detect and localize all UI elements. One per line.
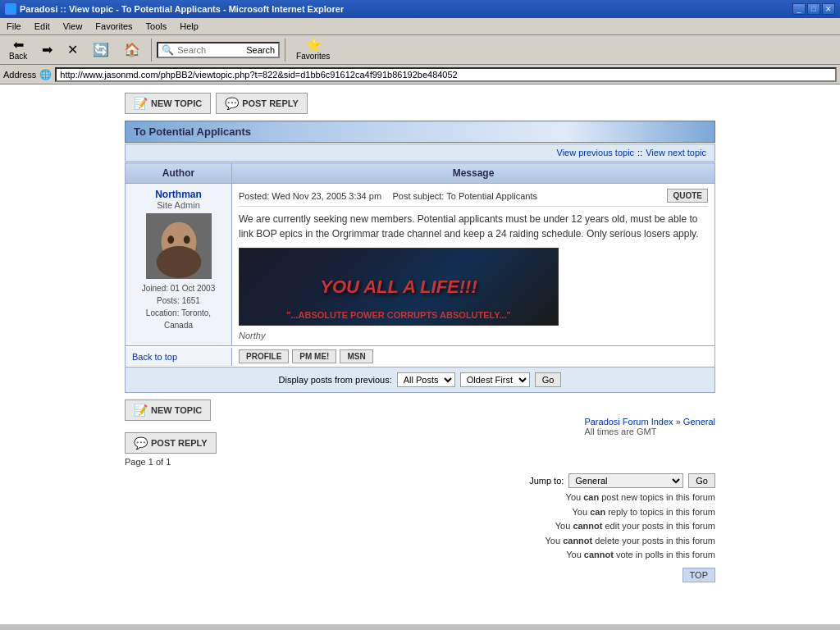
back-to-top-link[interactable]: Back to top: [132, 352, 177, 362]
back-top-row: Back to top PROFILE PM ME! MSN: [125, 346, 715, 368]
forward-button[interactable]: ➡: [36, 41, 58, 59]
bottom-post-reply-icon: 💬: [134, 436, 148, 450]
jump-row: Jump to: General Go: [125, 473, 715, 488]
forward-icon: ➡: [42, 43, 52, 57]
post-header: Posted: Wed Nov 23, 2005 3:34 pm Post su…: [239, 189, 708, 207]
menu-help[interactable]: Help: [173, 20, 205, 33]
prev-topic-link[interactable]: View previous topic: [557, 148, 635, 158]
col-author: Author: [126, 163, 232, 184]
profile-button[interactable]: PROFILE: [239, 349, 289, 363]
perm3-post: edit your posts in this forum: [602, 521, 715, 531]
breadcrumb-index-link[interactable]: Paradosi Forum Index: [584, 417, 673, 427]
post-date: Posted: Wed Nov 23, 2005 3:34 pm: [239, 191, 381, 201]
quote-button[interactable]: QUOTE: [667, 189, 708, 203]
new-topic-button[interactable]: 📝 NEW TOPIC: [125, 93, 211, 114]
page-total: 1: [166, 457, 171, 467]
bottom-buttons-left: 📝 NEW TOPIC 💬 POST REPLY: [125, 399, 217, 454]
avatar-image: [147, 214, 211, 278]
order-select[interactable]: Oldest First: [460, 372, 530, 387]
jump-section: Jump to: General Go You can post new top…: [125, 473, 715, 582]
menu-edit[interactable]: Edit: [28, 20, 57, 33]
page-num: 1: [148, 457, 153, 467]
page-of: of: [156, 457, 163, 467]
stop-button[interactable]: ✕: [62, 41, 84, 59]
bottom-post-reply-button[interactable]: 💬 POST REPLY: [125, 432, 217, 454]
perm-line-1: You can post new topics in this forum: [125, 491, 715, 505]
home-icon: 🏠: [124, 43, 140, 57]
window-controls[interactable]: _ □ ✕: [792, 3, 835, 15]
pm-button[interactable]: PM ME!: [292, 349, 336, 363]
display-posts-row: Display posts from previous: All Posts O…: [125, 368, 715, 393]
perm1-post: post new topics in this forum: [599, 492, 715, 502]
display-posts-select[interactable]: All Posts: [397, 372, 455, 387]
table-row: Northman Site Admin: [126, 184, 715, 346]
top-link-row: TOP: [125, 568, 715, 582]
perm2-post: reply to topics in this forum: [605, 507, 715, 517]
post-image: YOU ALL A LIFE!!! "...ABSOLUTE POWER COR…: [239, 248, 559, 326]
post-reply-button[interactable]: 💬 POST REPLY: [216, 93, 308, 114]
perm1-bold: can: [583, 492, 599, 502]
search-input[interactable]: [177, 45, 243, 55]
permissions: You can post new topics in this forum Yo…: [125, 491, 715, 563]
back-icon: ⬅: [13, 39, 24, 52]
refresh-icon: 🔄: [93, 43, 109, 57]
top-link[interactable]: TOP: [682, 568, 715, 582]
perm4-bold: cannot: [563, 536, 592, 546]
col-message: Message: [232, 163, 715, 184]
post-table: Author Message Northman Site Admin: [125, 162, 715, 346]
refresh-button[interactable]: 🔄: [87, 41, 115, 59]
bottom-new-topic-icon: 📝: [134, 404, 148, 417]
minimize-button[interactable]: _: [792, 3, 806, 15]
page-label: Page: [125, 457, 146, 467]
browser-content: 📝 NEW TOPIC 💬 POST REPLY To Potential Ap…: [0, 84, 840, 624]
post-cell: Posted: Wed Nov 23, 2005 3:34 pm Post su…: [232, 184, 715, 346]
bottom-new-topic-label: NEW TOPIC: [151, 405, 202, 415]
author-name: Northman: [132, 189, 225, 200]
close-button[interactable]: ✕: [822, 3, 835, 15]
bottom-right: Paradosi Forum Index » General All times…: [584, 417, 715, 436]
jump-label: Jump to:: [529, 476, 564, 486]
new-topic-label: NEW TOPIC: [151, 98, 202, 108]
top-buttons: 📝 NEW TOPIC 💬 POST REPLY: [125, 93, 715, 114]
address-icon: 🌐: [39, 69, 52, 80]
address-input[interactable]: [55, 67, 837, 82]
search-magnifier-icon: 🔍: [162, 44, 174, 56]
breadcrumb-section-link[interactable]: General: [683, 417, 715, 427]
home-button[interactable]: 🏠: [118, 41, 146, 59]
topic-title: To Potential Applicants: [134, 126, 251, 138]
favorites-label: Favorites: [296, 52, 330, 61]
menu-favorites[interactable]: Favorites: [89, 20, 139, 33]
menu-bar: File Edit View Favorites Tools Help: [0, 18, 840, 35]
next-topic-link[interactable]: View next topic: [646, 148, 706, 158]
search-box[interactable]: 🔍 Search: [157, 42, 280, 58]
window-title: Paradosi :: View topic - To Potential Ap…: [20, 4, 344, 14]
avatar: [146, 213, 212, 279]
perm4-pre: You: [546, 536, 564, 546]
search-label: Search: [246, 45, 275, 55]
menu-view[interactable]: View: [57, 20, 89, 33]
favorites-button[interactable]: ⭐ Favorites: [290, 36, 336, 63]
msn-button[interactable]: MSN: [340, 349, 372, 363]
author-info: Joined: 01 Oct 2003 Posts: 1651 Location…: [132, 282, 225, 331]
display-go-button[interactable]: Go: [535, 372, 562, 387]
topic-title-bar: To Potential Applicants: [125, 121, 715, 143]
jump-select[interactable]: General: [568, 473, 683, 488]
post-image-tagline: "...ABSOLUTE POWER CORRUPTS ABSOLUTELY..…: [286, 310, 511, 320]
post-body: We are currently seeking new members. Po…: [239, 212, 708, 241]
svg-point-3: [183, 235, 189, 244]
browser-icon: 🌐: [5, 3, 16, 15]
back-top-cell-right: PROFILE PM ME! MSN: [232, 346, 714, 367]
bottom-new-topic-button[interactable]: 📝 NEW TOPIC: [125, 399, 211, 421]
forum-wrapper: 📝 NEW TOPIC 💬 POST REPLY To Potential Ap…: [125, 93, 715, 582]
author-title: Site Admin: [132, 200, 225, 210]
back-button[interactable]: ⬅ Back: [3, 36, 33, 63]
post-reply-icon: 💬: [225, 97, 239, 110]
perm4-post: delete your posts in this forum: [592, 536, 715, 546]
jump-go-button[interactable]: Go: [688, 473, 715, 488]
nav-separator: ::: [637, 148, 642, 158]
menu-file[interactable]: File: [0, 20, 28, 33]
svg-point-2: [167, 235, 174, 244]
maximize-button[interactable]: □: [807, 3, 820, 15]
perm5-pre: You: [566, 550, 584, 559]
menu-tools[interactable]: Tools: [139, 20, 174, 33]
